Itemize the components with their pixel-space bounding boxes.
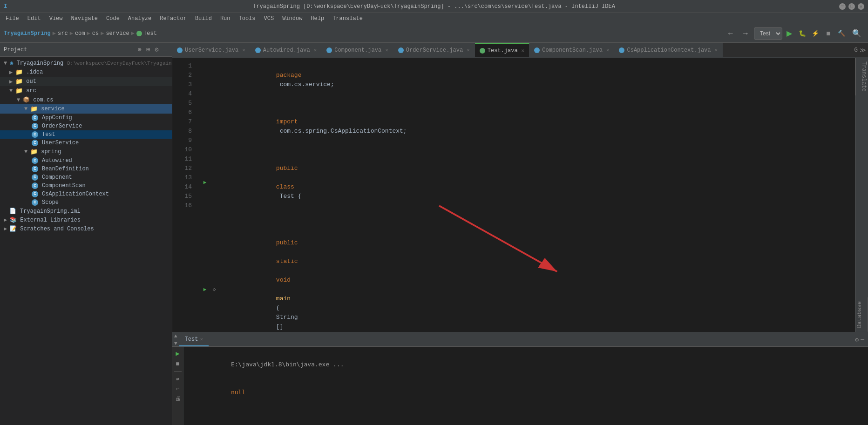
tree-item-scope[interactable]: C Scope xyxy=(0,198,172,207)
scroll-down-icon[interactable]: ▼ xyxy=(174,341,177,346)
menu-build[interactable]: Build xyxy=(191,14,216,23)
tree-item-idea[interactable]: ▶ 📁 .idea xyxy=(0,67,172,77)
tree-item-scratches[interactable]: ▶ 📝 Scratches and Consoles xyxy=(0,224,172,233)
tab-close-userservice[interactable]: ✕ xyxy=(242,47,245,53)
tree-item-out[interactable]: ▶ 📁 out xyxy=(0,77,172,86)
tabs-overflow-icon[interactable]: G xyxy=(854,47,858,54)
menu-help[interactable]: Help xyxy=(307,14,328,23)
kw-import: import xyxy=(276,118,298,125)
menu-run[interactable]: Run xyxy=(217,14,234,23)
tree-item-orderservice[interactable]: C OrderService xyxy=(0,122,172,130)
breadcrumb-com[interactable]: com xyxy=(75,30,85,37)
sidebar-minimize-icon[interactable]: — xyxy=(163,45,168,54)
tabs-more-icon[interactable]: ≫ xyxy=(860,47,866,54)
bottom-console[interactable]: E:\java\jdk1.8\bin\java.exe ... null Pro… xyxy=(183,347,868,425)
tree-item-comcs[interactable]: ▼ 📦 com.cs xyxy=(0,95,172,104)
sidebar-layout-icon[interactable]: ⊞ xyxy=(145,45,151,54)
tree-item-component[interactable]: C Component xyxy=(0,173,172,182)
tree-item-external-libs[interactable]: ▶ 📚 External Libraries xyxy=(0,216,172,224)
build-button[interactable]: 🔨 xyxy=(835,27,848,40)
translate-tab[interactable]: Translate xyxy=(855,58,868,95)
tree-item-autowired[interactable]: C Autowired xyxy=(0,156,172,165)
tab-close-autowired[interactable]: ✕ xyxy=(314,47,317,53)
tree-path: D:\workspace\EveryDayFuck\TryagainSp... xyxy=(67,61,172,66)
print-icon[interactable]: 🖨 xyxy=(175,395,181,402)
wrap-text-icon[interactable]: ⇌ xyxy=(176,376,179,383)
tree-item-beandefinition[interactable]: C BeanDefinition xyxy=(0,165,172,173)
breadcrumb-sep-5: ▶ xyxy=(131,30,135,37)
bottom-tab-test[interactable]: Test ✕ xyxy=(179,333,209,346)
soft-wrap-icon[interactable]: ↩ xyxy=(176,385,179,392)
tab-close-component[interactable]: ✕ xyxy=(385,47,388,53)
menu-window[interactable]: Window xyxy=(278,14,306,23)
kw-static-7: static xyxy=(276,258,298,265)
menu-refactor[interactable]: Refactor xyxy=(156,14,190,23)
tree-item-test[interactable]: C Test xyxy=(0,130,172,139)
tree-label-test: Test xyxy=(42,131,55,138)
menu-analyze[interactable]: Analyze xyxy=(124,14,155,23)
forward-button[interactable]: → xyxy=(739,28,752,39)
tab-component[interactable]: Component.java ✕ xyxy=(322,43,393,57)
tree-item-iml[interactable]: 📄 TryagainSpring.iml xyxy=(0,207,172,216)
maximize-button[interactable]: □ xyxy=(848,3,855,10)
tree-item-csappcontext[interactable]: C CsApplicationContext xyxy=(0,190,172,198)
tab-close-test[interactable]: ✕ xyxy=(522,47,525,54)
code-content[interactable]: package com.cs.service; xyxy=(196,58,855,332)
menu-file[interactable]: File xyxy=(2,14,23,23)
tab-close-componentscan[interactable]: ✕ xyxy=(606,47,610,53)
search-everywhere-button[interactable]: 🔍 xyxy=(849,27,864,39)
tab-orderservice[interactable]: OrderService.java ✕ xyxy=(393,43,475,57)
settings-icon[interactable]: ⚙ xyxy=(855,336,859,344)
tree-item-spring[interactable]: ▼ 📁 spring xyxy=(0,147,172,156)
database-tab[interactable]: Database xyxy=(855,297,868,332)
class-name-5: Test { xyxy=(276,193,302,200)
tab-userservice[interactable]: UserService.java ✕ xyxy=(172,43,251,57)
run-controls: ← → Test ▶ 🐛 ⚡ ■ 🔨 🔍 xyxy=(724,27,864,40)
tab-test[interactable]: Test.java ✕ xyxy=(475,43,529,57)
tab-componentscan[interactable]: ComponentScan.java ✕ xyxy=(529,43,614,57)
run-config-select[interactable]: Test xyxy=(754,27,782,40)
stop-button[interactable]: ■ xyxy=(822,27,834,40)
stop-run-icon[interactable]: ■ xyxy=(176,360,179,368)
run-again-icon[interactable]: ▶ xyxy=(176,350,179,358)
tree-item-src[interactable]: ▼ 📁 src xyxy=(0,86,172,95)
tab-close-csappcontext[interactable]: ✕ xyxy=(715,47,718,53)
breadcrumb-src[interactable]: src xyxy=(58,30,68,37)
menu-navigate[interactable]: Navigate xyxy=(67,14,102,23)
sidebar-scope-icon[interactable]: ⊕ xyxy=(136,45,142,54)
close-button[interactable]: ✕ xyxy=(858,3,864,10)
breadcrumb-cs[interactable]: cs xyxy=(92,30,99,37)
tree-item-tryagainspring[interactable]: ▼ ◉ TryagainSpring D:\workspace\EveryDay… xyxy=(0,59,172,67)
run-with-coverage-button[interactable]: ⚡ xyxy=(809,27,821,40)
menu-vcs[interactable]: VCS xyxy=(260,14,278,23)
tree-item-componentscan[interactable]: C ComponentScan xyxy=(0,182,172,190)
tab-icon-test xyxy=(480,48,485,54)
breadcrumb-service[interactable]: service xyxy=(106,30,129,37)
tab-close-orderservice[interactable]: ✕ xyxy=(467,47,470,53)
menu-view[interactable]: View xyxy=(46,14,67,23)
debug-button[interactable]: 🐛 xyxy=(796,27,808,40)
tab-icon-orderservice xyxy=(398,47,404,53)
bracket-7: [] xyxy=(276,323,287,330)
tree-item-service[interactable]: ▼ 📁 service xyxy=(0,104,172,114)
breadcrumb-project[interactable]: TryagainSpring xyxy=(4,30,51,37)
minimize-button[interactable]: ─ xyxy=(839,3,846,10)
tab-csappcontext[interactable]: CsApplicationContext.java ✕ xyxy=(614,43,723,57)
tree-item-appconfig[interactable]: C AppConfig xyxy=(0,114,172,122)
menu-edit[interactable]: Edit xyxy=(24,14,45,23)
run-button[interactable]: ▶ xyxy=(783,27,795,40)
tab-autowired[interactable]: Autowired.java ✕ xyxy=(251,43,322,57)
tree-item-userservice[interactable]: C UserService xyxy=(0,139,172,147)
minimize-bottom-icon[interactable]: — xyxy=(861,336,864,343)
tab-icon-userservice xyxy=(177,47,183,53)
back-button[interactable]: ← xyxy=(724,28,737,39)
code-editor[interactable]: 1 2 3 4 5 6 7 8 9 10 11 12 13 14 xyxy=(172,58,855,332)
sidebar-settings-icon[interactable]: ⚙ xyxy=(154,45,159,54)
breadcrumb-test[interactable]: Test xyxy=(136,30,157,37)
scroll-up-icon[interactable]: ▲ xyxy=(174,333,177,339)
bottom-tab-close[interactable]: ✕ xyxy=(200,336,203,342)
menu-code[interactable]: Code xyxy=(102,14,123,23)
menu-tools[interactable]: Tools xyxy=(235,14,259,23)
menu-translate[interactable]: Translate xyxy=(329,14,366,23)
title-bar-left: I xyxy=(4,3,7,10)
